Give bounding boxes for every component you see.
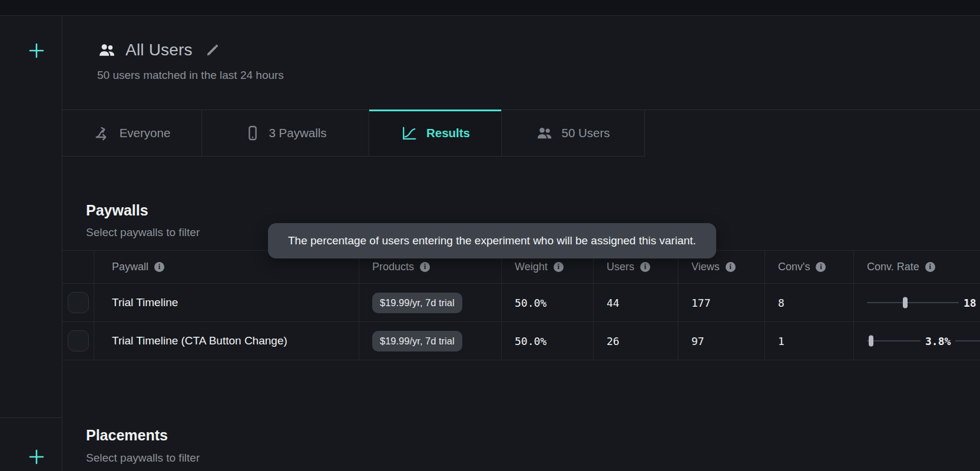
paywalls-section-title: Paywalls	[86, 202, 148, 219]
chart-curve-icon	[400, 124, 418, 142]
info-icon[interactable]: i	[554, 262, 564, 272]
main-panel: All Users 50 users matched in the last 2…	[62, 16, 980, 471]
column-label: Products	[372, 261, 414, 273]
tab-users[interactable]: 50 Users	[502, 110, 645, 156]
page-title: All Users	[125, 41, 193, 59]
conv-rate-value: 18	[959, 297, 980, 309]
tab-strip: Everyone 3 Paywalls Results	[62, 110, 980, 157]
column-label: Conv's	[778, 261, 810, 273]
tab-everyone[interactable]: Everyone	[62, 110, 202, 156]
convs-cell: 8	[765, 284, 854, 322]
info-icon[interactable]: i	[420, 262, 430, 272]
top-bar	[0, 0, 980, 16]
conv-rate-cell: 18	[854, 284, 980, 322]
audience-match-summary: 50 users matched in the last 24 hours	[97, 69, 284, 82]
paywall-name-cell: Trial Timeline	[94, 284, 359, 322]
placements-section-subtitle: Select paywalls to filter	[86, 452, 200, 465]
split-arrow-icon	[94, 124, 111, 142]
tab-results[interactable]: Results	[369, 110, 502, 156]
edit-audience-button[interactable]	[206, 44, 219, 57]
info-icon[interactable]: i	[726, 262, 736, 272]
info-icon[interactable]: i	[640, 262, 650, 272]
info-icon[interactable]: i	[816, 262, 826, 272]
row-checkbox[interactable]	[68, 330, 89, 351]
weight-cell: 50.0%	[502, 322, 594, 360]
app-shell: All Users 50 users matched in the last 2…	[0, 0, 980, 471]
column-label: Paywall	[112, 261, 148, 273]
column-label: Conv. Rate	[867, 261, 919, 273]
add-audience-button-bottom[interactable]	[28, 448, 45, 466]
table-header-convs: Conv's i	[765, 251, 854, 284]
column-label: Views	[691, 261, 720, 273]
plus-icon	[28, 448, 45, 466]
table-header-select	[62, 251, 94, 284]
column-label: Users	[607, 261, 634, 273]
users-cell: 26	[594, 322, 678, 360]
paywalls-table: Paywall i Products i Weight i Users i Vi…	[62, 250, 980, 360]
users-cell: 44	[594, 284, 678, 322]
conv-rate-cell: 3.8%	[854, 322, 980, 360]
placements-section-title: Placements	[86, 427, 168, 444]
phone-icon	[244, 125, 261, 141]
convs-cell: 1	[765, 322, 854, 360]
pencil-icon	[206, 44, 219, 57]
tab-label: 3 Paywalls	[269, 126, 327, 140]
info-icon[interactable]: i	[154, 262, 164, 272]
table-header-conv-rate: Conv. Rate i	[854, 251, 980, 284]
rail-divider	[0, 417, 62, 418]
views-cell: 97	[678, 322, 765, 360]
audience-title-row: All Users	[98, 39, 219, 61]
tab-label: Everyone	[120, 126, 171, 140]
products-cell: $19.99/yr, 7d trial	[359, 284, 502, 322]
people-icon	[536, 125, 553, 142]
conv-rate-value: 3.8%	[921, 335, 955, 347]
row-checkbox[interactable]	[68, 292, 89, 313]
weight-cell: 50.0%	[502, 284, 594, 322]
left-rail	[0, 16, 62, 471]
paywalls-section-subtitle: Select paywalls to filter	[86, 226, 200, 239]
column-label: Weight	[515, 261, 548, 273]
conv-rate-thumb[interactable]	[903, 297, 908, 309]
product-badge: $19.99/yr, 7d trial	[372, 293, 462, 313]
people-icon	[98, 41, 116, 59]
info-icon[interactable]: i	[925, 262, 935, 272]
tab-label: 50 Users	[561, 126, 610, 140]
table-row-cell	[62, 284, 94, 322]
product-badge: $19.99/yr, 7d trial	[372, 331, 462, 351]
plus-icon	[28, 42, 45, 59]
products-cell: $19.99/yr, 7d trial	[359, 322, 502, 360]
tab-paywalls[interactable]: 3 Paywalls	[202, 110, 369, 156]
tab-label: Results	[426, 126, 470, 140]
table-row-cell	[62, 322, 94, 360]
views-cell: 177	[678, 284, 765, 322]
tabs-group: Everyone 3 Paywalls Results	[62, 110, 645, 157]
add-audience-button[interactable]	[28, 42, 45, 59]
weight-tooltip: The percentage of users entering the exp…	[268, 223, 716, 258]
paywall-name-cell: Trial Timeline (CTA Button Change)	[94, 322, 359, 360]
conv-rate-thumb[interactable]	[869, 336, 873, 347]
